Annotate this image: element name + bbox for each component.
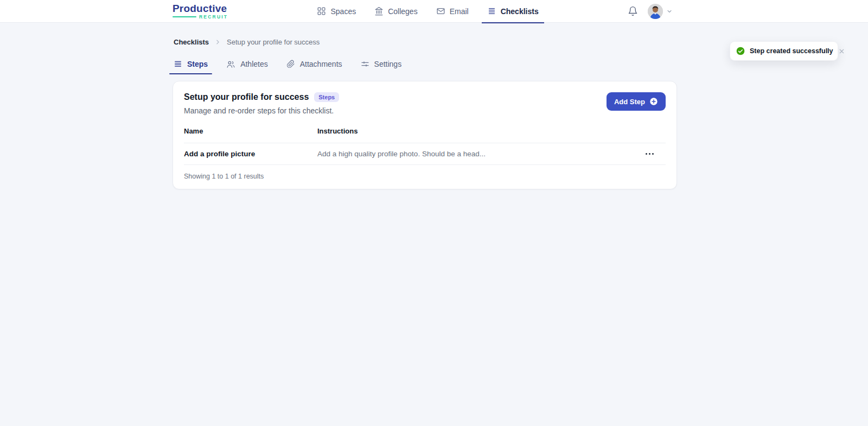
grid-icon xyxy=(317,7,326,16)
check-circle-icon xyxy=(736,47,745,55)
tab-label: Attachments xyxy=(300,60,342,68)
brand-subtitle: RECRUIT xyxy=(173,15,228,20)
rows-icon xyxy=(487,7,496,16)
tab-steps[interactable]: Steps xyxy=(174,55,208,73)
landmark-icon xyxy=(374,7,384,16)
success-toast: Step created successfully xyxy=(730,41,838,61)
step-name-cell: Add a profile picture xyxy=(184,150,317,158)
list-icon xyxy=(174,60,182,68)
results-count: Showing 1 to 1 of 1 results xyxy=(184,165,666,180)
add-step-button[interactable]: Add Step xyxy=(607,92,666,111)
plus-circle-icon xyxy=(649,97,658,106)
avatar[interactable] xyxy=(648,4,663,19)
chevron-down-icon[interactable] xyxy=(666,8,673,15)
mail-icon xyxy=(436,7,445,16)
nav-item-colleges[interactable]: Colleges xyxy=(374,0,417,23)
close-icon[interactable] xyxy=(838,48,845,55)
sliders-icon xyxy=(361,60,369,68)
tab-label: Settings xyxy=(374,60,402,68)
brand-underline xyxy=(173,16,196,17)
people-icon xyxy=(226,60,235,69)
nav-item-spaces[interactable]: Spaces xyxy=(317,0,356,23)
tab-attachments[interactable]: Attachments xyxy=(286,55,342,73)
main-content: Checklists Setup your profile for succes… xyxy=(0,23,677,189)
add-step-label: Add Step xyxy=(614,98,645,106)
card-header-text: Setup your profile for success Steps Man… xyxy=(184,92,339,115)
row-actions-ellipsis-icon[interactable] xyxy=(643,151,656,157)
breadcrumb-current: Setup your profile for success xyxy=(227,38,320,46)
brand-name: Productive xyxy=(173,3,228,14)
column-header-instructions: Instructions xyxy=(317,127,633,135)
top-bar: Productive RECRUIT Spaces Colleges Email xyxy=(0,0,868,23)
chevron-right-icon xyxy=(214,39,221,46)
nav-item-label: Email xyxy=(450,7,469,16)
card-subtitle: Manage and re-order steps for this check… xyxy=(184,106,339,115)
brand-logo[interactable]: Productive RECRUIT xyxy=(173,3,228,20)
tab-label: Steps xyxy=(187,60,208,68)
table-header-row: Name Instructions xyxy=(184,127,666,143)
tab-athletes[interactable]: Athletes xyxy=(226,55,268,73)
nav-item-checklists[interactable]: Checklists xyxy=(487,0,539,23)
breadcrumb-checklists-link[interactable]: Checklists xyxy=(174,38,209,46)
breadcrumb: Checklists Setup your profile for succes… xyxy=(174,38,677,46)
topbar-actions xyxy=(628,4,673,19)
toast-message: Step created successfully xyxy=(750,47,833,55)
nav-item-email[interactable]: Email xyxy=(436,0,469,23)
steps-badge: Steps xyxy=(314,92,339,102)
tab-settings[interactable]: Settings xyxy=(361,55,402,73)
column-header-actions xyxy=(633,127,666,135)
nav-item-label: Colleges xyxy=(388,7,417,16)
steps-table: Name Instructions Add a profile picture … xyxy=(184,127,666,180)
card-title: Setup your profile for success xyxy=(184,92,309,102)
card-header: Setup your profile for success Steps Man… xyxy=(184,92,666,115)
tab-bar: Steps Athletes Attachments Settings xyxy=(174,55,677,73)
table-row[interactable]: Add a profile picture Add a high quality… xyxy=(184,143,666,165)
checklist-steps-card: Setup your profile for success Steps Man… xyxy=(173,81,677,189)
paperclip-icon xyxy=(286,60,295,68)
notifications-bell-icon[interactable] xyxy=(628,6,638,16)
brand-recruit-label: RECRUIT xyxy=(199,15,228,20)
column-header-name: Name xyxy=(184,127,317,135)
main-nav: Spaces Colleges Email Checklists xyxy=(317,0,538,23)
nav-item-label: Checklists xyxy=(501,7,539,16)
row-actions-cell xyxy=(633,151,666,157)
nav-item-label: Spaces xyxy=(330,7,356,16)
tab-label: Athletes xyxy=(240,60,268,68)
step-instructions-cell: Add a high quality profile photo. Should… xyxy=(317,150,633,158)
user-menu[interactable] xyxy=(648,4,673,19)
